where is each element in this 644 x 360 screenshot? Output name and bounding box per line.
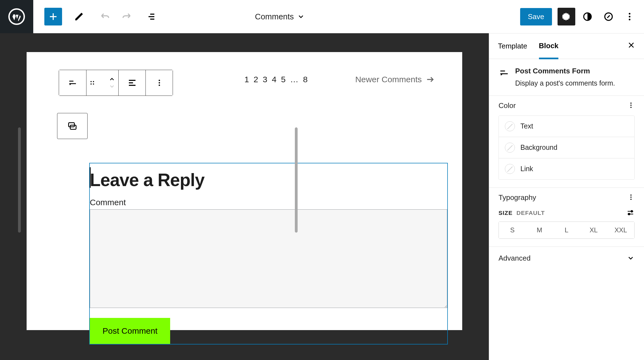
document-title-dropdown[interactable]: Comments <box>255 12 305 21</box>
gear-icon <box>561 12 571 22</box>
typography-panel: Typography SIZE DEFAULT S M L XL XXL <box>489 188 644 247</box>
block-type-button[interactable] <box>59 70 86 96</box>
edit-icon <box>75 12 85 22</box>
typography-panel-title: Typography <box>499 193 536 202</box>
sidebar-tabs: Template Block <box>489 34 644 59</box>
document-title-text: Comments <box>255 12 294 21</box>
parent-block-button[interactable] <box>57 113 88 139</box>
arrow-right-icon <box>426 75 435 84</box>
save-button[interactable]: Save <box>520 8 552 25</box>
topbar: Comments Save <box>0 0 644 33</box>
svg-point-13 <box>159 84 160 86</box>
list-view-icon <box>147 12 157 22</box>
canvas-frame[interactable]: 1 2 3 4 5 … 8 Newer Comments Leave a Rep… <box>27 52 462 330</box>
canvas-scrollbar[interactable] <box>18 127 21 233</box>
frame-scrollbar[interactable] <box>295 127 298 233</box>
options-button[interactable] <box>621 8 638 25</box>
tab-template[interactable]: Template <box>498 34 527 59</box>
compass-icon <box>604 12 614 22</box>
svg-point-4 <box>629 19 630 20</box>
kebab-icon <box>625 12 635 22</box>
empty-color-swatch-icon <box>505 121 515 131</box>
chevron-down-icon <box>627 254 635 262</box>
color-link-control[interactable]: Link <box>499 158 634 179</box>
svg-point-15 <box>630 104 632 106</box>
color-background-label: Background <box>520 143 557 151</box>
color-panel-title: Color <box>499 101 516 110</box>
close-sidebar-button[interactable] <box>627 41 635 51</box>
newer-comments-link[interactable]: Newer Comments <box>355 75 435 84</box>
font-size-default: DEFAULT <box>517 210 545 216</box>
post-comments-form-icon <box>499 67 510 78</box>
font-size-label: SIZE <box>499 210 513 216</box>
advanced-panel-toggle[interactable]: Advanced <box>489 247 644 270</box>
svg-point-14 <box>630 102 632 104</box>
close-icon <box>627 41 635 49</box>
color-panel-options[interactable] <box>627 102 635 110</box>
size-xl[interactable]: XL <box>580 222 607 238</box>
size-xxl[interactable]: XXL <box>607 222 634 238</box>
pagination-numbers[interactable]: 1 2 3 4 5 … 8 <box>244 75 309 84</box>
advanced-panel-title: Advanced <box>499 254 531 263</box>
font-size-options: S M L XL XXL <box>499 222 635 239</box>
kebab-icon <box>627 102 635 109</box>
editor-canvas-area: 1 2 3 4 5 … 8 Newer Comments Leave a Rep… <box>0 33 489 360</box>
document-outline-button[interactable] <box>143 8 161 25</box>
svg-point-18 <box>630 196 632 197</box>
wordpress-icon <box>8 8 25 25</box>
add-block-button[interactable] <box>44 8 62 25</box>
color-background-control[interactable]: Background <box>499 137 634 158</box>
contrast-icon <box>582 12 592 22</box>
svg-point-20 <box>631 210 633 212</box>
styles-button[interactable] <box>579 8 596 25</box>
comments-block-icon <box>67 121 77 131</box>
block-card-description: Display a post's comments form. <box>515 79 615 88</box>
block-card-title: Post Comments Form <box>515 67 615 75</box>
redo-icon <box>121 12 131 22</box>
comment-label: Comment <box>90 189 447 209</box>
post-comment-button[interactable]: Post Comment <box>90 318 170 344</box>
svg-point-21 <box>628 213 630 215</box>
wordpress-logo-button[interactable] <box>0 0 33 33</box>
svg-point-17 <box>630 194 632 196</box>
settings-sidebar-button[interactable] <box>558 8 575 25</box>
color-link-label: Link <box>520 165 533 173</box>
typography-panel-options[interactable] <box>627 194 635 202</box>
size-l[interactable]: L <box>553 222 580 238</box>
newer-comments-text: Newer Comments <box>355 75 422 84</box>
color-text-control[interactable]: Text <box>499 116 634 137</box>
tab-block[interactable]: Block <box>539 34 559 59</box>
undo-icon <box>100 12 110 22</box>
view-button[interactable] <box>600 8 617 25</box>
comment-textarea[interactable] <box>90 209 447 308</box>
color-panel: Color Text Background Link <box>489 96 644 188</box>
plus-icon <box>48 12 58 22</box>
empty-color-swatch-icon <box>505 164 515 174</box>
post-comments-form-icon <box>68 78 78 88</box>
svg-point-3 <box>629 16 630 17</box>
settings-sidebar: Template Block Post Comments Form Displa… <box>489 33 644 360</box>
size-m[interactable]: M <box>526 222 553 238</box>
redo-button[interactable] <box>117 8 135 25</box>
chevron-down-icon <box>297 13 305 20</box>
pagination-row: 1 2 3 4 5 … 8 Newer Comments <box>90 75 435 84</box>
size-s[interactable]: S <box>499 222 526 238</box>
undo-button[interactable] <box>96 8 114 25</box>
tools-button[interactable] <box>71 8 89 25</box>
post-comments-form-block[interactable]: Leave a Reply Comment Post Comment <box>89 163 448 344</box>
sliders-icon <box>626 209 635 217</box>
kebab-icon <box>627 194 635 201</box>
svg-point-16 <box>630 107 632 108</box>
svg-point-2 <box>629 13 630 15</box>
svg-point-19 <box>630 199 632 200</box>
color-text-label: Text <box>520 122 533 130</box>
custom-size-toggle[interactable] <box>626 209 635 218</box>
empty-color-swatch-icon <box>505 143 515 153</box>
reply-heading[interactable]: Leave a Reply <box>90 163 447 189</box>
block-card: Post Comments Form Display a post's comm… <box>489 59 644 96</box>
